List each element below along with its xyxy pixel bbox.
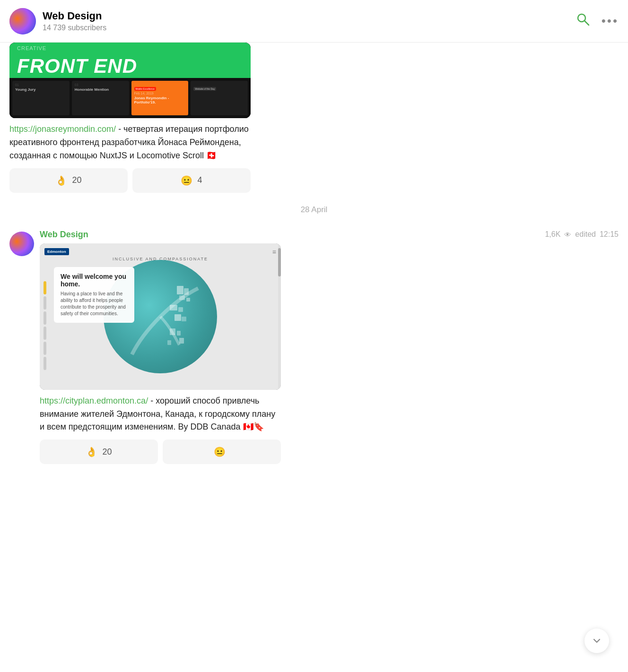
second-post-avatar[interactable] <box>9 232 34 256</box>
card-mobile-excellence: Mobile Excellence Feb 14, 2019 Jonas Rey… <box>131 81 189 115</box>
second-post-meta-right: 1,6K 👁 edited 12:15 <box>545 230 619 239</box>
second-post-views: 1,6K <box>545 230 560 239</box>
edmonton-text-box: We will welcome you home. Having a place… <box>54 267 134 323</box>
second-reaction-neutral-emoji: 😐 <box>214 446 226 457</box>
card-website-of-day: Website of the Day <box>191 81 248 115</box>
svg-rect-2 <box>177 286 183 294</box>
header-actions: ••• <box>576 12 619 30</box>
sidebar-dot-6 <box>44 357 46 370</box>
reaction-thumbsup-emoji: 👌 <box>55 175 67 186</box>
svg-rect-10 <box>170 328 175 335</box>
edmonton-scrollbar-thumb[interactable] <box>278 248 281 276</box>
second-reaction-thumbsup-emoji: 👌 <box>86 446 97 457</box>
second-post-edited: edited <box>575 230 596 239</box>
creative-frontend-text: FRONT END <box>17 56 137 76</box>
channel-info: Web Design 14 739 subscribers <box>43 10 576 32</box>
second-post-author: Web Design <box>40 230 88 240</box>
second-post: Web Design 1,6K 👁 edited 12:15 Edmonton … <box>0 220 628 469</box>
first-post-reactions: 👌 20 😐 4 <box>9 168 251 193</box>
svg-rect-9 <box>182 317 186 321</box>
date-separator: 28 April <box>0 198 628 220</box>
edmonton-tag: ≡ <box>272 248 276 256</box>
svg-line-1 <box>584 21 589 26</box>
channel-title: Web Design <box>43 10 576 22</box>
reaction-thumbsup-count: 20 <box>72 175 81 185</box>
edmonton-image: Edmonton ≡ INCLUSIVE <box>40 243 281 390</box>
sidebar-dot-4 <box>44 327 46 340</box>
eye-icon: 👁 <box>564 231 571 239</box>
sidebar-dot-3 <box>44 311 46 325</box>
channel-subscriber-count: 14 739 subscribers <box>43 24 576 32</box>
second-post-meta: Web Design 1,6K 👁 edited 12:15 <box>40 230 619 240</box>
edmonton-logo: Edmonton <box>44 248 69 255</box>
reaction-neutral-emoji: 😐 <box>181 175 192 186</box>
second-post-image: Edmonton ≡ INCLUSIVE <box>40 243 281 390</box>
svg-rect-12 <box>179 338 184 344</box>
svg-rect-4 <box>179 295 185 300</box>
second-post-time: 12:15 <box>600 230 619 239</box>
svg-rect-3 <box>184 288 189 295</box>
svg-rect-5 <box>186 298 190 302</box>
second-post-link[interactable]: https://cityplan.edmonton.ca/ <box>40 396 148 405</box>
reaction-neutral-count: 4 <box>197 175 202 185</box>
first-post-partial: CREATIVE FRONT END 01 Young Jury 03 Hono… <box>0 43 628 193</box>
svg-rect-13 <box>167 340 171 345</box>
scroll-to-bottom-button[interactable] <box>584 629 609 653</box>
svg-point-0 <box>578 14 585 22</box>
card-young-jury: 01 Young Jury <box>12 81 70 115</box>
reaction-neutral[interactable]: 😐 4 <box>132 168 251 193</box>
second-post-text: https://cityplan.edmonton.ca/ - хороший … <box>40 395 281 434</box>
svg-rect-6 <box>170 305 177 310</box>
channel-avatar[interactable] <box>9 8 36 34</box>
second-reaction-thumbsup-count: 20 <box>102 447 112 457</box>
edmonton-scrollbar[interactable] <box>278 243 281 390</box>
sidebar-dot-1 <box>44 281 46 294</box>
svg-rect-8 <box>174 314 181 321</box>
more-options-button[interactable]: ••• <box>602 14 619 28</box>
reaction-thumbsup[interactable]: 👌 20 <box>9 168 128 193</box>
edmonton-welcome-body: Having a place to live and the ability t… <box>61 291 128 317</box>
first-post-image-partial: CREATIVE FRONT END 01 Young Jury 03 Hono… <box>9 43 251 118</box>
first-post-link[interactable]: https://jonasreymondin.com/ <box>9 124 116 134</box>
card-honorable-mention: 03 Honorable Mention <box>72 81 129 115</box>
second-reaction-neutral[interactable]: 😐 <box>163 439 281 464</box>
second-post-content: Web Design 1,6K 👁 edited 12:15 Edmonton … <box>40 230 619 469</box>
edmonton-sidebar <box>44 281 46 370</box>
search-button[interactable] <box>576 12 590 30</box>
sidebar-dot-2 <box>44 296 46 310</box>
edmonton-welcome-title: We will welcome you home. <box>61 273 128 288</box>
second-post-reactions: 👌 20 😐 <box>40 439 281 464</box>
app-header: Web Design 14 739 subscribers ••• <box>0 0 628 43</box>
first-post-text: https://jonasreymondin.com/ - четвертая … <box>9 123 251 163</box>
sidebar-dot-5 <box>44 342 46 355</box>
message-feed: CREATIVE FRONT END 01 Young Jury 03 Hono… <box>0 43 628 488</box>
svg-rect-7 <box>178 307 183 312</box>
svg-rect-11 <box>177 331 181 336</box>
second-reaction-thumbsup[interactable]: 👌 20 <box>40 439 158 464</box>
